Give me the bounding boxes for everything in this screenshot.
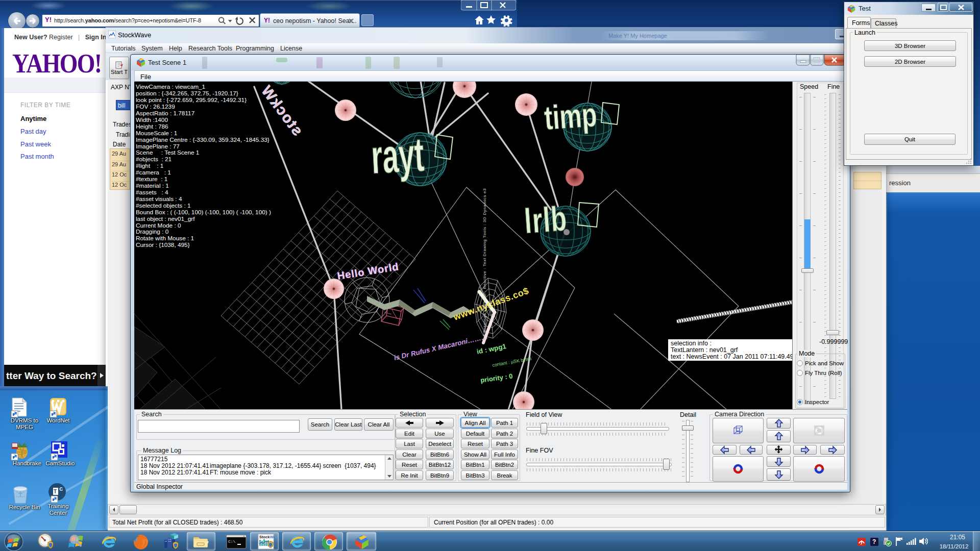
- svg-text:#camera : 1: #camera : 1: [136, 169, 171, 176]
- svg-text:MouseScale : 1: MouseScale : 1: [136, 130, 177, 137]
- svg-text:AspectRatio : 1.78117: AspectRatio : 1.78117: [136, 110, 194, 117]
- svg-text:priority : 0: priority : 0: [480, 372, 513, 384]
- svg-text:Rotate with Mouse : 1: Rotate with Mouse : 1: [136, 235, 194, 242]
- svg-text:#selected objects : 1: #selected objects : 1: [136, 202, 191, 209]
- svg-text:rayt: rayt: [370, 128, 426, 184]
- svg-text:Scene : Test Scene 1: Scene : Test Scene 1: [136, 149, 199, 156]
- svg-text:timp: timp: [543, 95, 598, 137]
- svg-text:contant : µSK bytesʿ: contant : µSK bytesʿ: [492, 356, 534, 368]
- svg-text:Bound Box : ( (-100, 100) (-1: Bound Box : ( (-100, 100) (-100, 100) ( …: [136, 209, 271, 216]
- svg-text:Current Mode : 0: Current Mode : 0: [136, 222, 181, 229]
- svg-text:is Dr Rufus X Macaroni………: is Dr Rufus X Macaroni………: [393, 333, 488, 362]
- svg-text:ViewCamera : viewcam_1: ViewCamera : viewcam_1: [136, 83, 205, 90]
- svg-text:#material : 1: #material : 1: [136, 182, 169, 189]
- svg-text:#texture : 1: #texture : 1: [136, 176, 167, 183]
- svg-text:Height : 786: Height : 786: [136, 123, 168, 130]
- svg-text:C:\: C:\: [228, 539, 236, 544]
- svg-text:stockW: stockW: [258, 82, 306, 138]
- svg-text:lrlb: lrlb: [523, 199, 569, 241]
- svg-text:Width :1400: Width :1400: [136, 116, 168, 123]
- svg-text:#assets : 4: #assets : 4: [136, 189, 168, 196]
- svg-text:Cursor : {1038, 495}: Cursor : {1038, 495}: [136, 241, 190, 248]
- svg-text:Hello World: Hello World: [336, 261, 400, 282]
- svg-text:position : {-342.265, 372.75,: position : {-342.265, 372.75, -1920.17}: [136, 90, 238, 97]
- svg-text:FOV : 26.1239: FOV : 26.1239: [136, 103, 175, 110]
- svg-text:ImagePlane Centre : {-330.09,: ImagePlane Centre : {-330.09, 359.324, -…: [136, 136, 270, 143]
- svg-text:ImagePlane : 77: ImagePlane : 77: [136, 143, 180, 150]
- svg-text:Dragging : 0: Dragging : 0: [136, 228, 169, 235]
- svg-text:#objects : 21: #objects : 21: [136, 156, 172, 163]
- svg-text:TextLantern : nev01_grf: TextLantern : nev01_grf: [671, 346, 738, 354]
- svg-text:last object : nev01_grf: last object : nev01_grf: [136, 215, 195, 222]
- svg-text:id : wpg1: id : wpg1: [476, 342, 507, 356]
- svg-text:T: T: [54, 489, 57, 494]
- svg-text:e3 Drawings : Spacial : Reacti: e3 Drawings : Spacial : Reactive : Text …: [482, 188, 487, 339]
- svg-text:look point : {-272.659, 295.99: look point : {-272.659, 295.992, -1492.3…: [136, 96, 247, 104]
- svg-text:StockWave: StockWave: [259, 535, 275, 539]
- svg-text:text : NewsEvent : 07 Jan 2011: text : NewsEvent : 07 Jan 2011 07:11:49.…: [671, 353, 792, 360]
- svg-text:c: c: [59, 485, 63, 492]
- svg-text:#asset visuals : 4: #asset visuals : 4: [136, 195, 182, 203]
- svg-text:selection info :: selection info :: [671, 340, 712, 347]
- svg-text:www.nyclass.co$: www.nyclass.co$: [452, 286, 530, 322]
- svg-text:#light : 1: #light : 1: [136, 162, 163, 169]
